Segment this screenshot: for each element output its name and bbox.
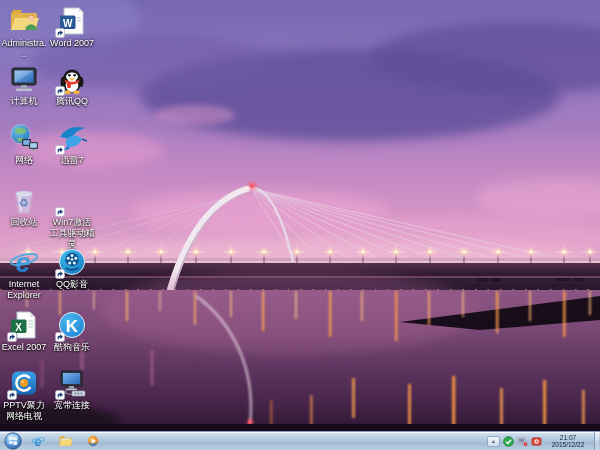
xunlei-7-icon: [56, 122, 88, 154]
taskbar-internet-explorer-button[interactable]: [25, 432, 52, 450]
desktop-icon-label: 计算机: [11, 96, 38, 107]
word-2007-icon: [56, 5, 88, 37]
desktop-icon-label: 腾讯QQ: [56, 96, 88, 107]
show-desktop-button[interactable]: [594, 432, 599, 450]
desktop-icon-win7-activation-tool[interactable]: Win7激活工具驱动精灵: [49, 184, 95, 249]
media-tray-icon[interactable]: [531, 436, 542, 447]
desktop-icon-word-2007[interactable]: Word 2007: [49, 5, 95, 49]
taskbar-windows-explorer-button[interactable]: [52, 432, 79, 450]
desktop-icon-kugou-music[interactable]: 酷狗音乐: [49, 309, 95, 353]
pptv-icon: [8, 367, 40, 399]
desktop-icon-computer[interactable]: 计算机: [1, 63, 47, 107]
start-button[interactable]: [0, 432, 25, 450]
taskbar-clock[interactable]: 21:07 2015/12/22: [545, 434, 591, 448]
desktop-icon-qq-player[interactable]: QQ影音: [49, 246, 95, 290]
system-tray: ▲ 21:07 2015/12/22: [487, 432, 600, 450]
taskbar-media-player-button[interactable]: [79, 432, 106, 450]
shortcut-arrow-icon: [55, 207, 65, 217]
windows-orb-icon: [4, 432, 22, 450]
desktop-icon-label: 酷狗音乐: [54, 342, 90, 353]
desktop-icon-recycle-bin[interactable]: 回收站: [1, 184, 47, 228]
desktop-icon-administrator-folder[interactable]: Administra...: [1, 5, 47, 60]
shortcut-arrow-icon: [7, 390, 17, 400]
computer-icon: [8, 63, 40, 95]
shortcut-arrow-icon: [55, 28, 65, 38]
win7-activation-tool-icon: [56, 184, 88, 216]
internet-explorer-icon: [8, 246, 40, 278]
desktop-icon-broadband-connection[interactable]: 宽带连接: [49, 367, 95, 411]
kugou-music-icon: [56, 309, 88, 341]
desktop-icon-tencent-qq[interactable]: 腾讯QQ: [49, 63, 95, 107]
broadband-connection-icon: [56, 367, 88, 399]
media-player-icon: [86, 434, 100, 448]
desktop-icon-network[interactable]: 网络: [1, 122, 47, 166]
taskbar: ▲ 21:07 2015/12/22: [0, 431, 600, 450]
shortcut-arrow-icon: [7, 332, 17, 342]
ie-icon: [31, 434, 46, 449]
shortcut-arrow-icon: [55, 390, 65, 400]
network-disconnected-tray-icon[interactable]: [517, 436, 528, 447]
network-icon: [8, 122, 40, 154]
desktop-icon-label: Administra...: [1, 38, 47, 60]
desktop-icon-excel-2007[interactable]: Excel 2007: [1, 309, 47, 353]
clock-date: 2015/12/22: [545, 441, 591, 448]
folder-icon: [58, 434, 73, 449]
desktop-icon-label: 回收站: [11, 217, 38, 228]
desktop: W: [0, 0, 600, 450]
desktop-icon-label: Internet Explorer: [1, 279, 47, 301]
desktop-icon-xunlei-7[interactable]: 迅雷7: [49, 122, 95, 166]
excel-2007-icon: [8, 309, 40, 341]
qq-player-icon: [56, 246, 88, 278]
clock-time: 21:07: [545, 434, 591, 441]
shortcut-arrow-icon: [55, 269, 65, 279]
desktop-icon-label: Word 2007: [50, 38, 94, 49]
desktop-icon-pptv[interactable]: PPTV聚力 网络电视: [1, 367, 47, 422]
desktop-icon-label: Excel 2007: [2, 342, 47, 353]
desktop-icon-label: Win7激活工具驱动精灵: [49, 217, 95, 249]
administrator-folder-icon: [8, 5, 40, 37]
recycle-bin-icon: [8, 184, 40, 216]
desktop-icon-label: 网络: [15, 155, 33, 166]
desktop-icon-label: QQ影音: [56, 279, 88, 290]
desktop-icon-label: 迅雷7: [60, 155, 83, 166]
desktop-icon-label: PPTV聚力 网络电视: [1, 400, 47, 422]
desktop-icon-internet-explorer[interactable]: Internet Explorer: [1, 246, 47, 301]
shortcut-arrow-icon: [55, 86, 65, 96]
shortcut-arrow-icon: [55, 332, 65, 342]
desktop-icon-grid: Administra...计算机网络回收站Internet ExplorerEx…: [0, 0, 600, 431]
show-hidden-icons-button[interactable]: ▲: [487, 436, 500, 447]
desktop-icon-label: 宽带连接: [54, 400, 90, 411]
shortcut-arrow-icon: [55, 145, 65, 155]
tencent-qq-icon: [56, 63, 88, 95]
security-tray-icon[interactable]: [503, 436, 514, 447]
